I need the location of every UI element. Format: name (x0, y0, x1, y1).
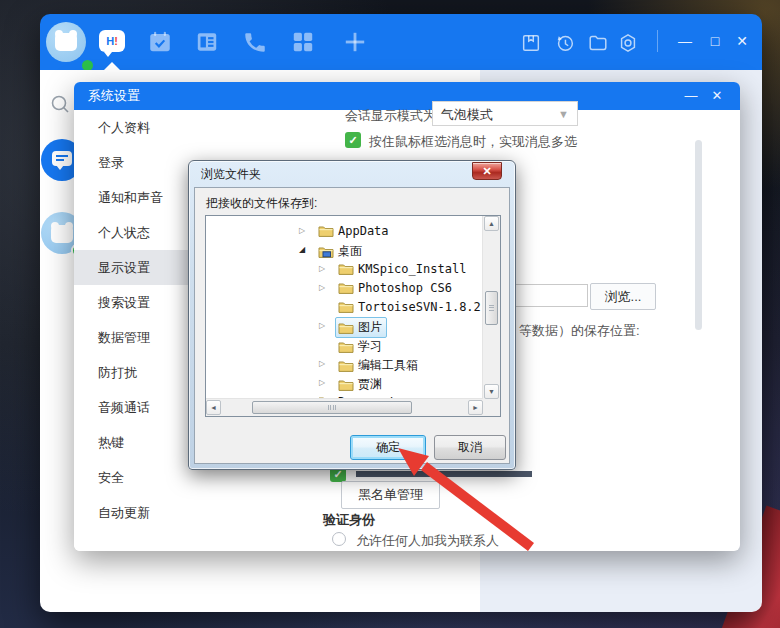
verify-option-label: 允许任何人加我为联系人 (356, 532, 499, 550)
folder-folder-icon (338, 262, 354, 276)
settings-button[interactable] (617, 32, 639, 54)
maximize-window-button[interactable]: □ (703, 28, 727, 54)
tree-expand-icon[interactable]: ▷ (319, 378, 325, 387)
tree-item[interactable]: ▷Photoshop CS6 (207, 279, 483, 298)
search-icon[interactable] (48, 92, 72, 116)
verify-option-radio[interactable] (332, 532, 346, 546)
clipped-text (436, 471, 532, 477)
user-avatar[interactable] (46, 22, 86, 62)
browse-dialog-title: 浏览文件夹 (201, 166, 261, 183)
gear-icon (617, 32, 639, 54)
history-button[interactable] (554, 32, 576, 54)
tree-item[interactable]: ▷AppData (207, 222, 483, 241)
tree-item[interactable]: ◢桌面 (207, 241, 483, 260)
tree-node[interactable]: 学习 (335, 336, 387, 357)
settings-sidebar-item[interactable]: 显示设置 (74, 250, 205, 285)
tree-collapse-icon[interactable]: ◢ (299, 245, 305, 254)
settings-sidebar-item[interactable]: 通知和声音 (74, 180, 205, 215)
tree-item[interactable]: ▷KMSpico_Install (207, 260, 483, 279)
tree-expand-icon[interactable]: ▷ (299, 226, 305, 235)
settings-sidebar-item[interactable]: 登录 (74, 145, 205, 180)
vertical-scroll-thumb[interactable] (485, 291, 498, 325)
tree-item-label: 贾渊 (358, 376, 382, 393)
settings-sidebar-item[interactable]: 自动更新 (74, 495, 205, 530)
collections-button[interactable] (520, 32, 542, 54)
files-button[interactable] (587, 32, 609, 54)
tree-node[interactable]: AppData (315, 222, 394, 240)
browse-close-button[interactable]: ✕ (472, 162, 502, 180)
plus-icon (342, 29, 368, 55)
tree-node[interactable]: TortoiseSVN-1.8.2.24708 (335, 298, 483, 316)
tab-messages[interactable]: H! (99, 29, 125, 55)
calendar-check-icon (147, 29, 173, 55)
tab-feed[interactable] (194, 29, 220, 55)
tree-node[interactable]: 贾渊 (335, 374, 387, 395)
display-mode-dropdown[interactable]: 气泡模式 ▼ (432, 101, 578, 126)
folder-folder-icon (338, 378, 354, 392)
tree-item-label: TortoiseSVN-1.8.2.24708 (358, 300, 483, 314)
tree-node[interactable]: 桌面 (315, 241, 367, 262)
tree-node[interactable]: 编辑工具箱 (335, 355, 423, 376)
tab-add[interactable] (342, 29, 368, 55)
tree-expand-icon[interactable]: ▷ (319, 321, 325, 330)
box-icon (520, 32, 542, 54)
tree-vertical-scrollbar[interactable]: ▲ ▼ (482, 216, 500, 399)
settings-sidebar-item[interactable]: 个人状态 (74, 215, 205, 250)
settings-sidebar: 个人资料登录通知和声音个人状态显示设置搜索设置数据管理防打扰音频通话热键安全自动… (74, 110, 205, 551)
blacklist-manage-button[interactable]: 黑名单管理 (341, 481, 440, 509)
tab-apps[interactable] (290, 29, 316, 55)
settings-sidebar-item[interactable]: 数据管理 (74, 320, 205, 355)
tree-item[interactable]: ▷编辑工具箱 (207, 355, 483, 374)
grid-icon (290, 29, 316, 55)
settings-scrollbar-thumb[interactable] (695, 140, 702, 330)
cancel-button[interactable]: 取消 (434, 435, 506, 460)
multiselect-checkbox[interactable]: ✓ (345, 132, 361, 148)
folder-icon (587, 32, 609, 54)
settings-dialog-titlebar[interactable]: 系统设置 — ✕ (74, 82, 740, 110)
settings-sidebar-item[interactable]: 防打扰 (74, 355, 205, 390)
multiselect-checkbox-label: 按住鼠标框选消息时，实现消息多选 (369, 133, 577, 151)
folder-folder-icon (338, 340, 354, 354)
hi-logo (51, 225, 73, 243)
tree-item-label: 桌面 (338, 243, 362, 260)
tab-calls[interactable] (242, 29, 268, 55)
tree-item[interactable]: ▷图片 (207, 317, 483, 336)
horizontal-scroll-thumb[interactable] (252, 401, 412, 414)
settings-sidebar-item[interactable]: 热键 (74, 425, 205, 460)
settings-sidebar-item[interactable]: 安全 (74, 460, 205, 495)
tree-expand-icon[interactable]: ▷ (319, 283, 325, 292)
tree-item-label: 编辑工具箱 (358, 357, 418, 374)
tree-horizontal-scrollbar[interactable]: ◄ ► (206, 398, 483, 416)
tree-item[interactable]: 学习 (207, 336, 483, 355)
ok-button[interactable]: 确定 (350, 435, 426, 460)
scroll-right-button[interactable]: ► (468, 400, 483, 415)
tree-expand-icon[interactable]: ▷ (319, 264, 325, 273)
tree-node[interactable]: Photoshop CS6 (335, 279, 457, 297)
tree-node-selected[interactable]: 图片 (335, 317, 387, 338)
tree-item[interactable]: TortoiseSVN-1.8.2.24708 (207, 298, 483, 317)
browse-folder-dialog: 浏览文件夹 ✕ 把接收的文件保存到: ▷AppData◢桌面▷KMSpico_I… (188, 160, 516, 470)
close-window-button[interactable]: ✕ (730, 28, 754, 54)
settings-sidebar-item[interactable]: 音频通话 (74, 390, 205, 425)
tree-item[interactable]: ▷贾渊 (207, 374, 483, 393)
scroll-down-button[interactable]: ▼ (484, 384, 499, 399)
settings-sidebar-item[interactable]: 搜索设置 (74, 285, 205, 320)
settings-close-button[interactable]: ✕ (706, 82, 728, 110)
tree-expand-icon[interactable]: ▷ (319, 359, 325, 368)
tab-calendar[interactable] (147, 29, 173, 55)
folder-folder-icon (338, 300, 354, 314)
browse-dialog-client: 把接收的文件保存到: ▷AppData◢桌面▷KMSpico_Install▷P… (194, 187, 510, 464)
tree-item-label: AppData (338, 224, 389, 238)
browse-button[interactable]: 浏览... (590, 283, 656, 310)
verify-identity-heading: 验证身份 (323, 511, 375, 529)
tree-item-label: KMSpico_Install (358, 262, 466, 276)
scroll-up-button[interactable]: ▲ (484, 216, 499, 231)
tree-node[interactable]: KMSpico_Install (335, 260, 471, 278)
tree-item-label: Photoshop CS6 (358, 281, 452, 295)
settings-minimize-button[interactable]: — (680, 82, 702, 110)
save-location-text: 等数据）的保存位置: (519, 322, 640, 340)
settings-sidebar-item[interactable]: 个人资料 (74, 110, 205, 145)
minimize-window-button[interactable]: — (673, 28, 697, 54)
app-topbar: H! —□✕ (40, 14, 762, 70)
scroll-left-button[interactable]: ◄ (206, 400, 221, 415)
